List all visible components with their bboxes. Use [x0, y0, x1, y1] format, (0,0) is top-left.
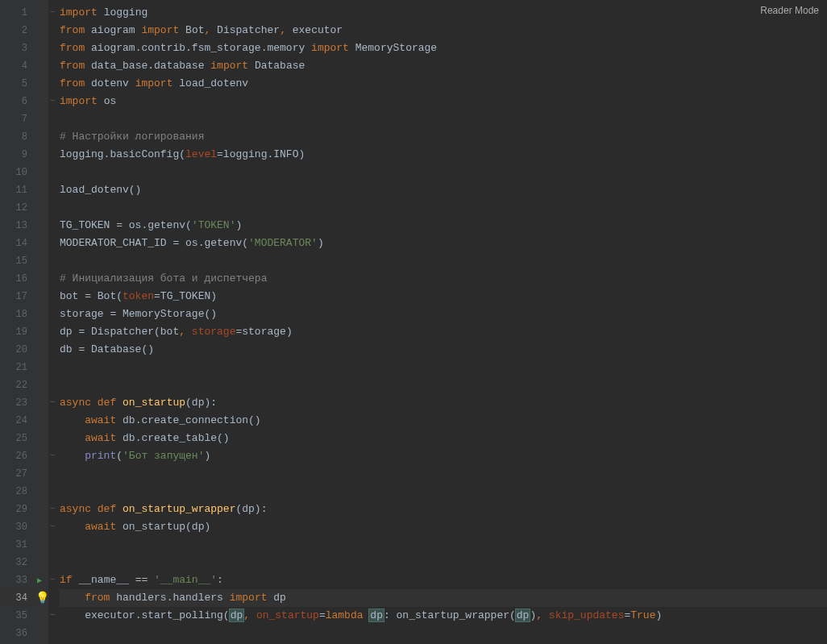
fold-icon[interactable]: −: [48, 611, 56, 620]
line-number: 21: [0, 359, 35, 376]
line-number: 26: [0, 447, 35, 465]
code-line[interactable]: TG_TOKEN = os.getenv('TOKEN'): [60, 217, 827, 235]
line-number: 30: [0, 518, 35, 536]
line-number: 36: [0, 625, 35, 642]
line-number: 14: [0, 235, 35, 252]
code-line[interactable]: [60, 483, 827, 501]
fold-icon[interactable]: −: [48, 522, 56, 531]
line-number: 32: [0, 554, 35, 571]
code-line[interactable]: await db.create_table(): [60, 430, 827, 447]
code-line[interactable]: import os: [60, 93, 827, 110]
code-line[interactable]: MODERATOR_CHAT_ID = os.getenv('MODERATOR…: [60, 235, 827, 252]
code-line[interactable]: [60, 554, 827, 571]
line-number: 27: [0, 465, 35, 483]
code-line[interactable]: db = Database(): [60, 341, 827, 359]
line-number: 16: [0, 270, 35, 288]
fold-icon[interactable]: −: [48, 97, 56, 106]
line-number: 2: [0, 22, 35, 39]
code-line[interactable]: [60, 465, 827, 483]
line-number: 33: [0, 571, 35, 589]
code-line[interactable]: async def on_startup(dp):: [60, 394, 827, 412]
line-number: 29: [0, 501, 35, 518]
code-line[interactable]: [60, 164, 827, 181]
line-number: 5: [0, 75, 35, 93]
code-line[interactable]: [60, 536, 827, 554]
code-line[interactable]: from data_base.database import Database: [60, 57, 827, 75]
line-number: 34: [0, 589, 35, 607]
code-editor[interactable]: 1234567891011121314151617181920212223242…: [0, 0, 827, 644]
reader-mode-label[interactable]: Reader Mode: [760, 5, 819, 16]
code-line[interactable]: print('Бот запущен'): [60, 447, 827, 465]
line-number: 4: [0, 57, 35, 75]
line-number: 9: [0, 146, 35, 164]
line-number: 28: [0, 483, 35, 501]
code-line[interactable]: load_dotenv(): [60, 181, 827, 199]
line-number: 25: [0, 430, 35, 447]
line-number: 10: [0, 164, 35, 181]
line-number: 31: [0, 536, 35, 554]
lightbulb-icon[interactable]: 💡: [35, 591, 49, 605]
code-line[interactable]: executor.start_polling(dp, on_startup=la…: [60, 607, 827, 625]
code-line[interactable]: [60, 376, 827, 394]
code-line[interactable]: bot = Bot(token=TG_TOKEN): [60, 288, 827, 305]
code-line[interactable]: logging.basicConfig(level=logging.INFO): [60, 146, 827, 164]
code-line[interactable]: import logging: [60, 4, 827, 22]
code-line[interactable]: storage = MemoryStorage(): [60, 305, 827, 323]
fold-icon[interactable]: −: [48, 451, 56, 460]
fold-icon[interactable]: −: [48, 505, 56, 513]
code-line[interactable]: # Настройки логирования: [60, 128, 827, 146]
fold-icon[interactable]: −: [48, 398, 56, 407]
code-line[interactable]: from aiogram import Bot, Dispatcher, exe…: [60, 22, 827, 39]
line-number: 24: [0, 412, 35, 430]
line-number: 6: [0, 93, 35, 110]
fold-icon[interactable]: −: [48, 8, 56, 17]
code-line[interactable]: from aiogram.contrib.fsm_storage.memory …: [60, 39, 827, 57]
line-number: 15: [0, 252, 35, 270]
line-number: 19: [0, 323, 35, 341]
code-area[interactable]: import loggingfrom aiogram import Bot, D…: [60, 0, 827, 644]
code-line[interactable]: await on_startup(dp): [60, 518, 827, 536]
code-line[interactable]: [60, 359, 827, 376]
code-line[interactable]: # Инициализация бота и диспетчера: [60, 270, 827, 288]
line-number: 35: [0, 607, 35, 625]
line-number: 1: [0, 4, 35, 22]
line-number: 17: [0, 288, 35, 305]
code-line[interactable]: from handlers.handlers import dp: [60, 589, 827, 607]
code-line[interactable]: dp = Dispatcher(bot, storage=storage): [60, 323, 827, 341]
line-number: 20: [0, 341, 35, 359]
code-line[interactable]: [60, 625, 827, 642]
line-number: 18: [0, 305, 35, 323]
line-number: 11: [0, 181, 35, 199]
line-number: 3: [0, 39, 35, 57]
code-line[interactable]: [60, 252, 827, 270]
run-gutter: ▶💡: [35, 0, 48, 644]
code-line[interactable]: async def on_startup_wrapper(dp):: [60, 501, 827, 518]
line-number-gutter: 1234567891011121314151617181920212223242…: [0, 0, 35, 644]
run-icon[interactable]: ▶: [37, 575, 42, 585]
line-number: 8: [0, 128, 35, 146]
code-line[interactable]: [60, 110, 827, 128]
line-number: 13: [0, 217, 35, 235]
line-number: 12: [0, 199, 35, 217]
fold-icon[interactable]: −: [48, 575, 56, 584]
code-line[interactable]: if __name__ == '__main__':: [60, 571, 827, 589]
line-number: 7: [0, 110, 35, 128]
code-line[interactable]: from dotenv import load_dotenv: [60, 75, 827, 93]
fold-gutter: −−−−−−−−: [48, 0, 60, 644]
code-line[interactable]: await db.create_connection(): [60, 412, 827, 430]
line-number: 22: [0, 376, 35, 394]
code-line[interactable]: [60, 199, 827, 217]
line-number: 23: [0, 394, 35, 412]
